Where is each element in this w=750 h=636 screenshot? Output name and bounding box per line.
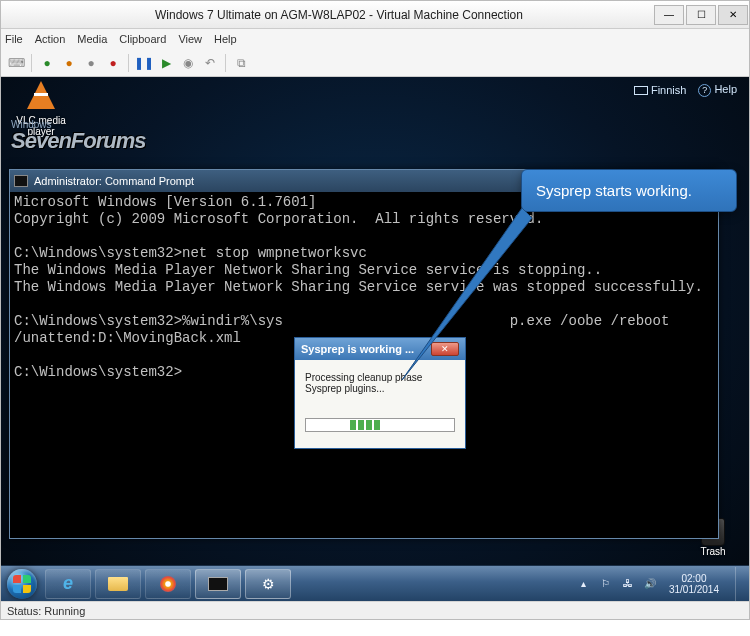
status-label: Status:: [7, 605, 41, 617]
save-icon[interactable]: ●: [104, 54, 122, 72]
menu-file[interactable]: File: [5, 33, 23, 45]
help-icon: ?: [698, 84, 711, 97]
pause-icon[interactable]: ❚❚: [135, 54, 153, 72]
sysprep-close-button[interactable]: ✕: [431, 342, 459, 356]
sevenforums-logo: Windows SevenForums: [11, 119, 146, 152]
menu-view[interactable]: View: [178, 33, 202, 45]
shutdown-icon[interactable]: ●: [82, 54, 100, 72]
tray-time: 02:00: [669, 573, 719, 584]
language-link[interactable]: Finnish: [634, 84, 686, 96]
tray-network-icon[interactable]: 🖧: [621, 577, 635, 591]
status-value: Running: [44, 605, 85, 617]
revert-icon[interactable]: ↶: [201, 54, 219, 72]
folder-icon: [108, 577, 128, 591]
checkpoint-icon[interactable]: ◉: [179, 54, 197, 72]
help-link[interactable]: ?Help: [698, 83, 737, 97]
taskbar-explorer[interactable]: [95, 569, 141, 599]
menu-help[interactable]: Help: [214, 33, 237, 45]
menu-media[interactable]: Media: [77, 33, 107, 45]
keyboard-icon: [634, 86, 648, 95]
taskbar-sysprep[interactable]: ⚙: [245, 569, 291, 599]
tray-flag-icon[interactable]: ⚐: [599, 577, 613, 591]
sysprep-dialog[interactable]: Sysprep is working ... ✕ Processing clea…: [294, 337, 466, 449]
menu-clipboard[interactable]: Clipboard: [119, 33, 166, 45]
sysprep-body: Processing cleanup phase Sysprep plugins…: [295, 360, 465, 448]
vlc-cone-icon: [27, 81, 55, 109]
taskbar-wmp[interactable]: [145, 569, 191, 599]
sysprep-task-icon: ⚙: [262, 576, 275, 592]
tray-date: 31/01/2014: [669, 584, 719, 595]
reset-icon[interactable]: ▶: [157, 54, 175, 72]
vm-toolbar: ⌨ ● ● ● ● ❚❚ ▶ ◉ ↶ ⧉: [1, 49, 749, 77]
annotation-callout: Sysprep starts working.: [521, 169, 737, 212]
start-button[interactable]: [1, 567, 43, 601]
cmd-icon: [14, 175, 28, 187]
taskbar-cmd[interactable]: [195, 569, 241, 599]
maximize-button[interactable]: ☐: [686, 5, 716, 25]
sysprep-message: Processing cleanup phase Sysprep plugins…: [305, 372, 455, 394]
sysprep-title: Sysprep is working ...: [301, 343, 431, 355]
callout-text: Sysprep starts working.: [536, 182, 692, 199]
vm-status-bar: Status: Running: [1, 601, 749, 619]
guest-desktop[interactable]: Finnish ?Help VLC media player Trash Win…: [1, 77, 749, 601]
cmd-task-icon: [208, 577, 228, 591]
wmp-icon: [160, 576, 176, 592]
share-icon[interactable]: ⧉: [232, 54, 250, 72]
vm-window-title: Windows 7 Ultimate on AGM-W8LAP02 - Virt…: [25, 8, 653, 22]
show-desktop-button[interactable]: [735, 567, 745, 601]
start-orb-icon: [7, 569, 37, 599]
sysprep-titlebar[interactable]: Sysprep is working ... ✕: [295, 338, 465, 360]
tray-clock[interactable]: 02:00 31/01/2014: [669, 573, 719, 595]
windows-taskbar[interactable]: e ⚙ ▴ ⚐ 🖧 🔊 02:00 31/01/2014: [1, 565, 749, 601]
minimize-button[interactable]: —: [654, 5, 684, 25]
tray-up-icon[interactable]: ▴: [577, 577, 591, 591]
ie-icon: e: [63, 573, 73, 594]
tray-volume-icon[interactable]: 🔊: [643, 577, 657, 591]
vm-connection-window: Windows 7 Ultimate on AGM-W8LAP02 - Virt…: [0, 0, 750, 620]
desktop-top-links: Finnish ?Help: [634, 83, 737, 97]
turnoff-icon[interactable]: ●: [60, 54, 78, 72]
sevenforums-big-text: SevenForums: [11, 130, 146, 152]
system-tray: ▴ ⚐ 🖧 🔊 02:00 31/01/2014: [573, 567, 749, 601]
vm-titlebar[interactable]: Windows 7 Ultimate on AGM-W8LAP02 - Virt…: [1, 1, 749, 29]
taskbar-ie[interactable]: e: [45, 569, 91, 599]
menu-action[interactable]: Action: [35, 33, 66, 45]
close-button[interactable]: ✕: [718, 5, 748, 25]
ctrl-alt-del-icon[interactable]: ⌨: [7, 54, 25, 72]
vm-menubar: File Action Media Clipboard View Help: [1, 29, 749, 49]
sysprep-progress-bar: [305, 418, 455, 432]
start-icon[interactable]: ●: [38, 54, 56, 72]
trash-label: Trash: [683, 546, 743, 557]
